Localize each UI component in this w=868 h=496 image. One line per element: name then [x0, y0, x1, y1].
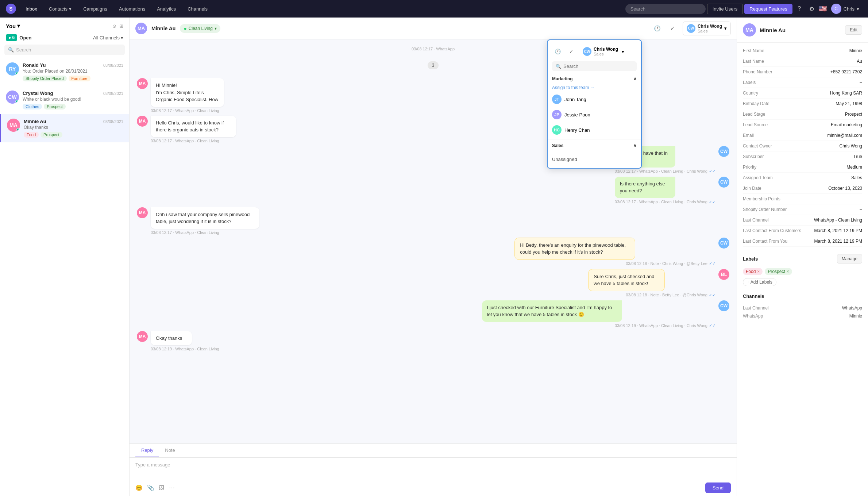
more-icon[interactable]: ⋯ — [169, 484, 175, 491]
global-search-input[interactable] — [625, 4, 706, 14]
whatsapp-icon: ● — [184, 26, 186, 31]
info-row: Country Hong Kong SAR — [743, 88, 862, 99]
field-label: Last Channel — [743, 218, 769, 223]
field-value: minnie@mail.com — [827, 133, 862, 138]
attachment-icon[interactable]: 📎 — [147, 484, 154, 491]
chat-input-area: Reply Note Type a message 😊 📎 🖼 ⋯ Send — [130, 443, 737, 496]
main-layout: You ▾ ⊙ ⊞ ● 6 Open All Channels ▾ 🔍 — [0, 18, 868, 496]
add-labels-button[interactable]: + Add Labels — [743, 278, 776, 286]
channel-field-label: WhatsApp — [743, 314, 763, 319]
refresh-icon[interactable]: ⊙ — [112, 23, 116, 29]
conversation-content: Ronald Yu 03/08/2021 You: Order Placed o… — [23, 62, 123, 81]
tab-note[interactable]: Note — [159, 444, 181, 457]
image-icon[interactable]: 🖼 — [159, 484, 165, 491]
settings-icon[interactable]: ⚙ — [806, 3, 817, 14]
field-value: Minnie — [849, 48, 862, 53]
assignee-button[interactable]: CW Chris Wong Sales ▾ — [683, 22, 731, 35]
grid-icon[interactable]: ⊞ — [119, 23, 123, 29]
message-bubble: Okay thanks — [151, 331, 192, 346]
chat-header: MA Minnie Au ● Clean Living ▾ 🕐 ✓ CW Chr… — [130, 18, 737, 39]
unassigned-option[interactable]: Unassigned — [548, 154, 641, 165]
message-bubble: Hi Minnie!I'm Chris, Simple Life's Organ… — [151, 78, 224, 107]
field-value: March 8, 2021 12:19 PM — [814, 228, 862, 233]
agent-avatar: JP — [552, 110, 562, 119]
conversation-time: 03/08/2021 — [103, 63, 123, 68]
request-features-button[interactable]: Request Features — [744, 4, 792, 14]
edit-contact-button[interactable]: Edit — [845, 25, 862, 35]
label-remove-food[interactable]: × — [757, 269, 760, 274]
assign-team-link[interactable]: Assign to this team → — [548, 84, 641, 92]
help-icon[interactable]: ? — [794, 3, 805, 14]
agent-john-tang[interactable]: JT John Tang — [548, 92, 641, 107]
message-preview: White or black would be good! — [23, 97, 123, 102]
input-icons: 😊 📎 🖼 ⋯ — [135, 484, 175, 491]
avatar: MA — [7, 119, 20, 132]
message-meta: 03/08 12:17 · WhatsApp · Clean Living · … — [615, 200, 715, 204]
info-row: Phone Number +852 9221 7302 — [743, 67, 862, 77]
sidebar-icons: ⊙ ⊞ — [112, 23, 123, 29]
clock-icon[interactable]: 🕐 — [652, 23, 663, 34]
whatsapp-channel-badge[interactable]: ● Clean Living ▾ — [180, 24, 220, 33]
nav-analytics[interactable]: Analytics — [152, 4, 181, 14]
label-chip-food: Food × — [743, 268, 763, 275]
channel-field-value: Minnie — [849, 314, 862, 319]
agent-jessie-poon[interactable]: JP Jessie Poon — [548, 107, 641, 122]
sender-avatar: CW — [718, 238, 729, 249]
assignee-role: Sales — [698, 29, 722, 33]
info-row: Assigned Team Sales — [743, 173, 862, 183]
field-label: Lead Stage — [743, 112, 765, 117]
agent-henry-chan[interactable]: HC Henry Chan — [548, 122, 641, 138]
right-panel-header: MA Minnie Au Edit — [737, 18, 868, 43]
dropdown-clock-icon[interactable]: 🕐 — [552, 46, 563, 57]
message-row: MA Ohh i saw that your company sells pin… — [137, 207, 729, 235]
dropdown-check-icon[interactable]: ✓ — [566, 46, 577, 57]
invite-users-button[interactable]: Invite Users — [707, 4, 743, 14]
field-label: Last Contact From You — [743, 239, 787, 244]
sidebar-search-input[interactable] — [16, 47, 121, 53]
field-value: Email marketing — [831, 122, 862, 127]
check-icon[interactable]: ✓ — [667, 23, 678, 34]
user-menu[interactable]: C Chris ▾ — [828, 2, 862, 15]
agent-avatar: HC — [552, 125, 562, 135]
sender-avatar: MA — [137, 78, 148, 89]
manage-labels-button[interactable]: Manage — [837, 254, 862, 264]
labels-section-title: Labels — [743, 256, 758, 262]
channels-filter[interactable]: All Channels ▾ — [93, 35, 123, 41]
field-label: Contact Owner — [743, 143, 772, 149]
sender-avatar: CW — [718, 146, 729, 157]
nav-inbox[interactable]: Inbox — [20, 4, 42, 14]
list-item[interactable]: RY Ronald Yu 03/08/2021 You: Order Place… — [0, 58, 129, 86]
field-value: Sales — [851, 175, 862, 180]
list-item[interactable]: CW Crystal Wong 03/08/2021 White or blac… — [0, 86, 129, 114]
dropdown-search-icon: 🔍 — [556, 64, 561, 69]
dropdown-search: 🔍 — [552, 61, 637, 71]
info-row: First Name Minnie — [743, 46, 862, 56]
assignee-chevron-icon: ▾ — [724, 26, 727, 31]
nav-campaigns[interactable]: Campaigns — [78, 4, 112, 14]
emoji-icon[interactable]: 😊 — [135, 484, 143, 491]
dropdown-search-input[interactable] — [563, 64, 633, 69]
filter-chevron-icon: ▾ — [121, 35, 123, 41]
nav-contacts[interactable]: Contacts ▾ — [44, 4, 77, 14]
open-dot: ● — [8, 35, 11, 40]
sales-section-header[interactable]: Sales ∨ — [548, 141, 641, 150]
info-row: Last Contact From Customers March 8, 202… — [743, 226, 862, 236]
message-row: I just checked with our Furniture Specia… — [137, 300, 729, 328]
tab-reply[interactable]: Reply — [135, 444, 159, 457]
you-dropdown[interactable]: You ▾ — [6, 23, 20, 29]
list-item[interactable]: MA Minnie Au 03/08/2021 Okay thanks Food… — [0, 114, 129, 142]
dropdown-avatar: CW — [583, 47, 591, 56]
send-button[interactable]: Send — [705, 482, 731, 493]
nav-automations[interactable]: Automations — [114, 4, 150, 14]
field-value: – — [860, 80, 862, 85]
avatar: CW — [6, 91, 19, 104]
info-row: Email minnie@mail.com — [743, 130, 862, 141]
nav-channels[interactable]: Channels — [182, 4, 213, 14]
message-meta: 03/08 12:19 · WhatsApp · Clean Living — [151, 347, 219, 351]
marketing-section-header[interactable]: Marketing ∧ — [548, 74, 641, 84]
agent-name: John Tang — [564, 97, 586, 102]
contact-name: Ronald Yu — [23, 62, 46, 68]
field-value: True — [853, 154, 862, 159]
label-remove-prospect[interactable]: × — [787, 269, 789, 274]
language-flag[interactable]: 🇺🇸 — [819, 5, 827, 13]
